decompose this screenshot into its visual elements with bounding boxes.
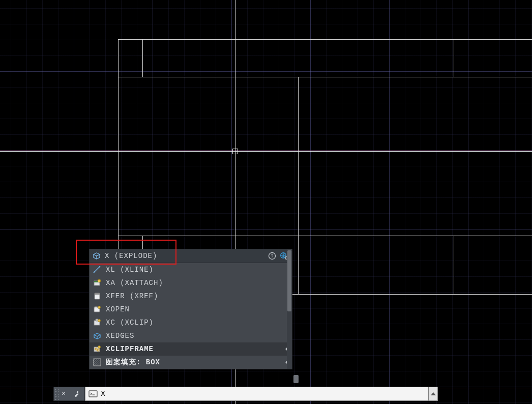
svg-point-10: [98, 279, 101, 282]
svg-line-28: [99, 364, 101, 366]
svg-rect-29: [89, 391, 97, 397]
autocomplete-side-scroll[interactable]: [293, 375, 299, 383]
autocomplete-item-label: XA (XATTACH): [106, 279, 163, 287]
chevron-up-icon: [431, 392, 436, 395]
autocomplete-item[interactable]: XL (XLINE): [90, 263, 292, 276]
xline-icon: [93, 265, 102, 274]
crosshair-horizontal: [0, 151, 532, 152]
command-bar-close-button[interactable]: ×: [58, 387, 69, 401]
drawing-hline: [118, 236, 532, 236]
command-input-wrapper[interactable]: [85, 387, 429, 401]
drawing-vline: [454, 236, 454, 294]
command-line-bar: ×: [53, 387, 438, 401]
svg-rect-12: [95, 293, 100, 295]
autocomplete-item[interactable]: XCLIPFRAME: [90, 342, 292, 356]
xopen-icon: [93, 305, 102, 314]
autocomplete-item-label: XCLIPFRAME: [106, 345, 154, 353]
hatch-icon: [93, 358, 102, 367]
command-autocomplete-popup: X (EXPLODE) ? XL (XLINE)XA (XATTACH)XFER…: [89, 249, 292, 369]
command-bar-drag-handle[interactable]: [53, 387, 58, 401]
crosshair-pickbox: [232, 149, 238, 154]
autocomplete-item[interactable]: XEDGES: [90, 329, 292, 342]
autocomplete-item-label: XOPEN: [106, 305, 130, 313]
drawing-vline: [142, 39, 143, 77]
drawing-hline: [118, 77, 532, 77]
autocomplete-item-label: XL (XLINE): [106, 266, 154, 274]
autocomplete-first-item[interactable]: X (EXPLODE) ?: [90, 249, 292, 263]
xref-icon: [93, 292, 102, 301]
svg-text:?: ?: [271, 253, 273, 258]
drawing-vline: [298, 77, 299, 294]
wrench-icon: [72, 389, 81, 398]
drawing-vline: [454, 39, 454, 77]
svg-line-23: [94, 359, 96, 361]
autocomplete-item-label: XEDGES: [106, 332, 134, 340]
svg-point-14: [98, 306, 101, 309]
explode-icon: [93, 251, 102, 261]
autocomplete-item-label: X (EXPLODE): [105, 252, 264, 260]
svg-line-27: [97, 362, 101, 366]
command-input[interactable]: [101, 390, 425, 398]
command-prompt-icon: [88, 389, 98, 398]
autocomplete-item-label: 图案填充: BOX: [106, 358, 160, 367]
xedges-icon: [93, 331, 102, 340]
autocomplete-item-label: XC (XCLIP): [106, 319, 154, 327]
command-history-expand-button[interactable]: [429, 387, 438, 401]
help-icon[interactable]: ?: [268, 251, 277, 261]
svg-point-17: [98, 320, 101, 322]
autocomplete-item[interactable]: XA (XATTACH): [90, 276, 292, 290]
autocomplete-scrollbar[interactable]: [287, 249, 292, 369]
autocomplete-item[interactable]: 图案填充: BOX: [90, 356, 292, 369]
xclipframe-icon: [93, 344, 102, 354]
scrollbar-thumb[interactable]: [287, 250, 291, 311]
drawing-hline: [118, 39, 532, 40]
drawing-canvas[interactable]: X (EXPLODE) ? XL (XLINE)XA (XATTACH)XFER…: [0, 0, 532, 404]
svg-point-21: [98, 346, 101, 349]
autocomplete-item-label: XFER (XREF): [106, 292, 158, 300]
xclip-icon: [93, 318, 102, 327]
xattach-icon: [93, 278, 102, 287]
autocomplete-item[interactable]: XFER (XREF): [90, 290, 292, 303]
svg-line-24: [94, 359, 98, 363]
autocomplete-item[interactable]: XOPEN: [90, 303, 292, 316]
autocomplete-item[interactable]: XC (XCLIP): [90, 316, 292, 329]
close-icon: ×: [62, 390, 66, 398]
command-bar-customize-button[interactable]: [69, 387, 85, 401]
